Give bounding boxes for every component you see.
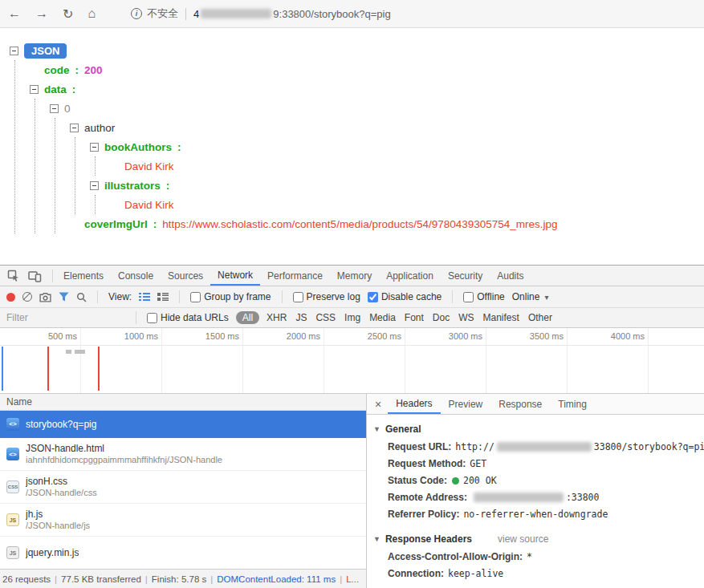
back-icon[interactable]: ←	[8, 6, 21, 21]
url-text-start: 4	[193, 8, 199, 20]
tab-network[interactable]: Network	[210, 266, 260, 286]
collapse-icon[interactable]	[30, 85, 39, 94]
filter-type-font[interactable]: Font	[405, 312, 424, 323]
network-timeline-overview[interactable]: 500 ms 1000 ms 1500 ms 2000 ms 2500 ms 3…	[0, 328, 704, 394]
collapse-icon[interactable]	[90, 181, 99, 190]
filter-type-css[interactable]: CSS	[315, 312, 336, 323]
load-event-line	[47, 347, 49, 391]
device-toolbar-icon[interactable]	[28, 270, 42, 282]
json-file-icon: <>	[6, 418, 19, 431]
json-row-illustrators: illustrators:	[90, 176, 704, 195]
tab-audits[interactable]: Audits	[490, 266, 531, 286]
request-bar	[75, 350, 85, 354]
filter-type-js[interactable]: JS	[295, 312, 307, 323]
json-value-bookauthor: David Kirk	[110, 156, 704, 176]
details-tab-preview[interactable]: Preview	[441, 394, 491, 414]
disable-cache-checkbox[interactable]: Disable cache	[368, 291, 442, 302]
json-root-row: JSON	[10, 41, 704, 60]
status-ok-dot-icon	[452, 477, 459, 485]
collapse-icon[interactable]	[90, 143, 99, 152]
json-row-bookauthors: bookAuthors:	[90, 137, 704, 156]
divider	[179, 290, 180, 303]
request-list: <> storybook?q=pig <> JSON-handle.html i…	[0, 411, 366, 569]
hide-data-urls-checkbox[interactable]: Hide data URLs	[147, 312, 229, 323]
reload-icon[interactable]: ↻	[63, 6, 73, 22]
filter-type-manifest[interactable]: Manifest	[483, 312, 519, 323]
load-event-line	[98, 347, 100, 391]
filter-funnel-icon[interactable]	[59, 292, 69, 302]
screenshot-camera-icon[interactable]	[39, 292, 51, 302]
details-tab-response[interactable]: Response	[490, 394, 550, 414]
view-source-link[interactable]: view source	[498, 533, 548, 545]
checkbox[interactable]	[190, 292, 201, 302]
filter-type-other[interactable]: Other	[528, 312, 552, 323]
divider	[97, 290, 98, 303]
tab-performance[interactable]: Performance	[260, 266, 330, 286]
home-icon[interactable]: ⌂	[87, 6, 96, 21]
divider	[452, 290, 453, 303]
tab-memory[interactable]: Memory	[330, 266, 379, 286]
filter-type-media[interactable]: Media	[369, 312, 396, 323]
request-row-jh-js[interactable]: JS jh.js /JSON-handle/js	[0, 504, 366, 537]
header-row-acao: Access-Control-Allow-Origin:*	[388, 549, 704, 566]
details-tabbar: × Headers Preview Response Timing	[367, 394, 704, 415]
checkbox[interactable]	[368, 292, 378, 302]
tab-console[interactable]: Console	[111, 266, 161, 286]
small-rows-view-icon[interactable]	[139, 292, 150, 302]
tab-sources[interactable]: Sources	[161, 266, 210, 286]
request-row-jsonh-css[interactable]: CSS jsonH.css /JSON-handle/css	[0, 471, 366, 504]
filter-type-all[interactable]: All	[236, 311, 259, 324]
request-details-pane: × Headers Preview Response Timing ▼ Gene…	[367, 394, 704, 588]
json-root-badge[interactable]: JSON	[24, 43, 67, 59]
domcontentloaded-time: DOMContentLoaded: 111 ms	[206, 574, 336, 584]
chevron-down-icon: ▾	[544, 293, 548, 302]
collapse-icon[interactable]	[50, 104, 59, 113]
throttling-dropdown[interactable]: Online ▾	[512, 291, 549, 302]
request-row-storybook[interactable]: <> storybook?q=pig	[0, 411, 366, 438]
offline-checkbox[interactable]: Offline	[463, 291, 504, 302]
timeline-header-line	[0, 345, 704, 346]
tab-application[interactable]: Application	[379, 266, 441, 286]
request-row-json-handle[interactable]: <> JSON-handle.html iahnhfdhidomcpggpaim…	[0, 438, 366, 471]
clear-icon[interactable]	[22, 292, 32, 302]
record-button[interactable]	[6, 293, 15, 302]
address-bar[interactable]: i 不安全 4 9:33800/storybook?q=pig	[131, 6, 391, 21]
inspect-element-icon[interactable]	[7, 270, 20, 282]
json-viewer-pane: JSON code:200 data: 0 author	[0, 28, 704, 265]
filter-type-ws[interactable]: WS	[458, 312, 474, 323]
url-text-end: 9:33800/storybook?q=pig	[273, 8, 390, 20]
preserve-log-checkbox[interactable]: Preserve log	[293, 291, 360, 302]
js-file-icon: JS	[6, 513, 19, 526]
checkbox[interactable]	[147, 313, 157, 323]
filter-type-xhr[interactable]: XHR	[267, 312, 287, 323]
divider	[282, 290, 283, 303]
collapse-icon[interactable]	[70, 124, 79, 132]
checkbox[interactable]	[293, 292, 303, 302]
filter-type-doc[interactable]: Doc	[433, 312, 450, 323]
checkbox[interactable]	[463, 292, 474, 302]
header-row-remote-address: Remote Address::33800	[388, 489, 704, 506]
details-tab-headers[interactable]: Headers	[388, 394, 440, 414]
address-divider	[185, 8, 186, 20]
response-headers-section-header[interactable]: ▼ Response Headers view source	[373, 529, 704, 549]
browser-toolbar: ← → ↻ ⌂ i 不安全 4 9:33800/storybook?q=pig	[0, 0, 704, 28]
tab-elements[interactable]: Elements	[56, 266, 111, 286]
general-section-header[interactable]: ▼ General	[373, 420, 704, 439]
group-by-frame-checkbox[interactable]: Group by frame	[190, 291, 271, 302]
large-rows-view-icon[interactable]	[157, 292, 169, 302]
details-tab-timing[interactable]: Timing	[550, 394, 595, 414]
filter-input[interactable]	[6, 312, 125, 323]
forward-icon[interactable]: →	[35, 6, 48, 21]
filter-type-img[interactable]: Img	[344, 312, 360, 323]
name-column-header[interactable]: Name	[0, 394, 366, 411]
request-row-jquery[interactable]: JS jquery.min.js	[0, 537, 366, 569]
tab-security[interactable]: Security	[441, 266, 490, 286]
load-time: L...	[336, 574, 359, 584]
info-icon[interactable]: i	[131, 8, 142, 19]
divider	[52, 270, 53, 282]
search-icon[interactable]	[76, 292, 87, 302]
collapse-icon[interactable]	[10, 47, 18, 55]
devtools-panel: Elements Console Sources Network Perform…	[0, 265, 704, 588]
network-main-split: Name <> storybook?q=pig <> JSON-handle.h…	[0, 394, 704, 588]
close-icon[interactable]: ×	[368, 394, 388, 414]
